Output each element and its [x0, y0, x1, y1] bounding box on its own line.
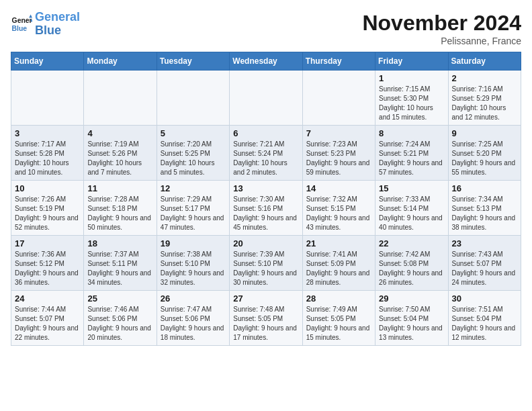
day-number: 6 — [233, 128, 298, 138]
day-number: 8 — [379, 128, 444, 138]
day-number: 13 — [233, 183, 298, 193]
weekday-header-thursday: Thursday — [302, 52, 375, 71]
day-info: Sunrise: 7:48 AM Sunset: 5:05 PM Dayligh… — [233, 305, 298, 342]
calendar-cell: 18Sunrise: 7:37 AM Sunset: 5:11 PM Dayli… — [84, 236, 157, 291]
day-info: Sunrise: 7:17 AM Sunset: 5:28 PM Dayligh… — [15, 140, 80, 177]
day-number: 10 — [15, 183, 80, 193]
day-info: Sunrise: 7:19 AM Sunset: 5:26 PM Dayligh… — [87, 140, 152, 177]
day-number: 18 — [87, 238, 152, 248]
calendar-cell: 1Sunrise: 7:15 AM Sunset: 5:30 PM Daylig… — [375, 71, 448, 126]
calendar-week-row: 17Sunrise: 7:36 AM Sunset: 5:12 PM Dayli… — [11, 236, 521, 291]
month-title: November 2024 — [362, 11, 521, 36]
weekday-header-saturday: Saturday — [448, 52, 521, 71]
calendar-cell: 11Sunrise: 7:28 AM Sunset: 5:18 PM Dayli… — [84, 181, 157, 236]
calendar-cell: 21Sunrise: 7:41 AM Sunset: 5:09 PM Dayli… — [302, 236, 375, 291]
calendar-cell: 19Sunrise: 7:38 AM Sunset: 5:10 PM Dayli… — [157, 236, 229, 291]
day-info: Sunrise: 7:38 AM Sunset: 5:10 PM Dayligh… — [161, 250, 226, 287]
calendar-cell: 8Sunrise: 7:24 AM Sunset: 5:21 PM Daylig… — [375, 126, 448, 181]
day-number: 20 — [233, 238, 298, 248]
day-info: Sunrise: 7:29 AM Sunset: 5:17 PM Dayligh… — [161, 195, 226, 232]
day-number: 7 — [306, 128, 371, 138]
calendar-cell: 13Sunrise: 7:30 AM Sunset: 5:16 PM Dayli… — [230, 181, 302, 236]
calendar-cell: 14Sunrise: 7:32 AM Sunset: 5:15 PM Dayli… — [302, 181, 375, 236]
day-info: Sunrise: 7:34 AM Sunset: 5:13 PM Dayligh… — [452, 195, 517, 232]
day-number: 21 — [306, 238, 371, 248]
calendar-cell: 17Sunrise: 7:36 AM Sunset: 5:12 PM Dayli… — [11, 236, 84, 291]
calendar-cell: 2Sunrise: 7:16 AM Sunset: 5:29 PM Daylig… — [448, 71, 521, 126]
calendar-cell — [302, 71, 375, 126]
calendar-cell: 23Sunrise: 7:43 AM Sunset: 5:07 PM Dayli… — [448, 236, 521, 291]
day-number: 24 — [15, 293, 80, 304]
calendar-cell: 3Sunrise: 7:17 AM Sunset: 5:28 PM Daylig… — [11, 126, 84, 181]
day-number: 14 — [306, 183, 371, 193]
location-subtitle: Pelissanne, France — [362, 36, 521, 46]
day-info: Sunrise: 7:23 AM Sunset: 5:23 PM Dayligh… — [306, 140, 371, 177]
day-info: Sunrise: 7:47 AM Sunset: 5:06 PM Dayligh… — [161, 305, 226, 342]
day-number: 25 — [87, 293, 152, 304]
calendar-cell: 7Sunrise: 7:23 AM Sunset: 5:23 PM Daylig… — [302, 126, 375, 181]
calendar-cell: 25Sunrise: 7:46 AM Sunset: 5:06 PM Dayli… — [84, 291, 157, 346]
day-number: 29 — [379, 293, 444, 304]
calendar-cell — [230, 71, 302, 126]
calendar-cell — [84, 71, 157, 126]
calendar-cell: 5Sunrise: 7:20 AM Sunset: 5:25 PM Daylig… — [157, 126, 229, 181]
logo-blue: Blue — [35, 24, 61, 37]
weekday-header-tuesday: Tuesday — [157, 52, 229, 71]
calendar-cell: 27Sunrise: 7:48 AM Sunset: 5:05 PM Dayli… — [230, 291, 302, 346]
calendar-cell: 12Sunrise: 7:29 AM Sunset: 5:17 PM Dayli… — [157, 181, 229, 236]
day-number: 1 — [379, 73, 444, 83]
calendar-week-row: 10Sunrise: 7:26 AM Sunset: 5:19 PM Dayli… — [11, 181, 521, 236]
calendar-cell: 28Sunrise: 7:49 AM Sunset: 5:05 PM Dayli… — [302, 291, 375, 346]
day-info: Sunrise: 7:49 AM Sunset: 5:05 PM Dayligh… — [306, 305, 371, 342]
weekday-header-friday: Friday — [375, 52, 448, 71]
day-info: Sunrise: 7:46 AM Sunset: 5:06 PM Dayligh… — [87, 305, 152, 342]
day-info: Sunrise: 7:32 AM Sunset: 5:15 PM Dayligh… — [306, 195, 371, 232]
calendar-week-row: 24Sunrise: 7:44 AM Sunset: 5:07 PM Dayli… — [11, 291, 521, 346]
title-block: November 2024 Pelissanne, France — [362, 11, 521, 46]
day-number: 3 — [15, 128, 80, 138]
calendar-cell: 6Sunrise: 7:21 AM Sunset: 5:24 PM Daylig… — [230, 126, 302, 181]
day-number: 12 — [161, 183, 226, 193]
calendar-header: SundayMondayTuesdayWednesdayThursdayFrid… — [11, 52, 521, 71]
day-number: 16 — [452, 183, 517, 193]
day-info: Sunrise: 7:16 AM Sunset: 5:29 PM Dayligh… — [452, 85, 517, 122]
day-info: Sunrise: 7:20 AM Sunset: 5:25 PM Dayligh… — [161, 140, 226, 177]
calendar-cell: 10Sunrise: 7:26 AM Sunset: 5:19 PM Dayli… — [11, 181, 84, 236]
day-info: Sunrise: 7:21 AM Sunset: 5:24 PM Dayligh… — [233, 140, 298, 177]
calendar-cell: 26Sunrise: 7:47 AM Sunset: 5:06 PM Dayli… — [157, 291, 229, 346]
calendar-cell: 16Sunrise: 7:34 AM Sunset: 5:13 PM Dayli… — [448, 181, 521, 236]
page-header: General Blue General Blue November 2024 … — [11, 11, 521, 46]
day-info: Sunrise: 7:44 AM Sunset: 5:07 PM Dayligh… — [15, 305, 80, 342]
calendar-cell: 22Sunrise: 7:42 AM Sunset: 5:08 PM Dayli… — [375, 236, 448, 291]
weekday-header-sunday: Sunday — [11, 52, 84, 71]
day-info: Sunrise: 7:24 AM Sunset: 5:21 PM Dayligh… — [379, 140, 444, 177]
day-number: 4 — [87, 128, 152, 138]
day-number: 23 — [452, 238, 517, 248]
day-number: 2 — [452, 73, 517, 83]
calendar-cell: 24Sunrise: 7:44 AM Sunset: 5:07 PM Dayli… — [11, 291, 84, 346]
calendar-week-row: 1Sunrise: 7:15 AM Sunset: 5:30 PM Daylig… — [11, 71, 521, 126]
logo: General Blue General Blue — [11, 11, 80, 38]
calendar-cell — [157, 71, 229, 126]
day-number: 9 — [452, 128, 517, 138]
day-info: Sunrise: 7:42 AM Sunset: 5:08 PM Dayligh… — [379, 250, 444, 287]
calendar-body: 1Sunrise: 7:15 AM Sunset: 5:30 PM Daylig… — [11, 71, 521, 346]
day-info: Sunrise: 7:15 AM Sunset: 5:30 PM Dayligh… — [379, 85, 444, 122]
day-info: Sunrise: 7:28 AM Sunset: 5:18 PM Dayligh… — [87, 195, 152, 232]
day-info: Sunrise: 7:36 AM Sunset: 5:12 PM Dayligh… — [15, 250, 80, 287]
day-info: Sunrise: 7:26 AM Sunset: 5:19 PM Dayligh… — [15, 195, 80, 232]
day-info: Sunrise: 7:33 AM Sunset: 5:14 PM Dayligh… — [379, 195, 444, 232]
calendar-cell: 15Sunrise: 7:33 AM Sunset: 5:14 PM Dayli… — [375, 181, 448, 236]
calendar-table: SundayMondayTuesdayWednesdayThursdayFrid… — [11, 52, 521, 346]
day-number: 15 — [379, 183, 444, 193]
calendar-cell: 29Sunrise: 7:50 AM Sunset: 5:04 PM Dayli… — [375, 291, 448, 346]
logo-general: General — [35, 10, 80, 24]
day-number: 28 — [306, 293, 371, 304]
calendar-week-row: 3Sunrise: 7:17 AM Sunset: 5:28 PM Daylig… — [11, 126, 521, 181]
day-info: Sunrise: 7:41 AM Sunset: 5:09 PM Dayligh… — [306, 250, 371, 287]
day-info: Sunrise: 7:39 AM Sunset: 5:10 PM Dayligh… — [233, 250, 298, 287]
day-number: 17 — [15, 238, 80, 248]
svg-marker-2 — [29, 14, 32, 17]
day-info: Sunrise: 7:50 AM Sunset: 5:04 PM Dayligh… — [379, 305, 444, 342]
day-number: 11 — [87, 183, 152, 193]
